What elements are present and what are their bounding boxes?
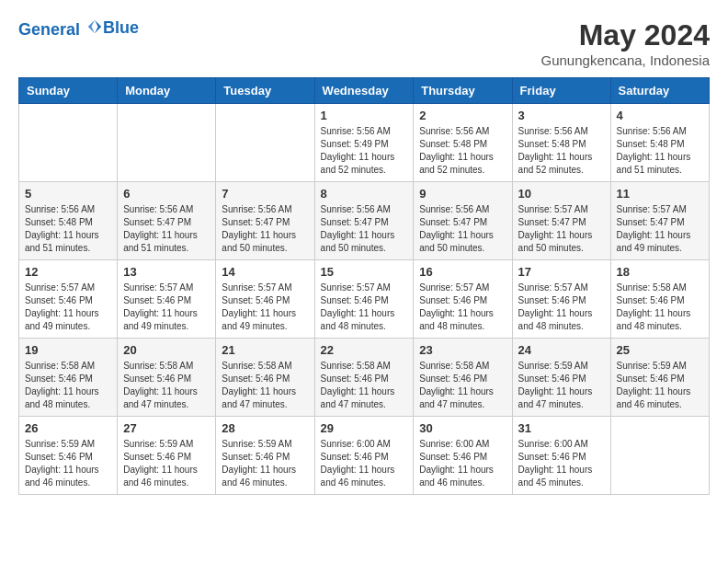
calendar-cell: 6Sunrise: 5:56 AM Sunset: 5:47 PM Daylig… xyxy=(118,182,216,260)
day-info: Sunrise: 5:59 AM Sunset: 5:46 PM Dayligh… xyxy=(617,360,703,411)
day-number: 11 xyxy=(617,187,703,201)
day-number: 17 xyxy=(518,265,605,279)
day-number: 4 xyxy=(617,109,703,122)
calendar-table: SundayMondayTuesdayWednesdayThursdayFrid… xyxy=(18,77,710,495)
day-info: Sunrise: 5:57 AM Sunset: 5:46 PM Dayligh… xyxy=(25,282,111,333)
calendar-cell: 29Sunrise: 6:00 AM Sunset: 5:46 PM Dayli… xyxy=(314,417,414,495)
day-number: 29 xyxy=(321,421,408,435)
calendar-cell: 3Sunrise: 5:56 AM Sunset: 5:48 PM Daylig… xyxy=(512,104,610,182)
day-info: Sunrise: 5:57 AM Sunset: 5:47 PM Dayligh… xyxy=(617,203,703,255)
day-info: Sunrise: 5:56 AM Sunset: 5:47 PM Dayligh… xyxy=(123,203,210,255)
weekday-header-monday: Monday xyxy=(118,78,216,104)
day-info: Sunrise: 5:56 AM Sunset: 5:49 PM Dayligh… xyxy=(321,125,408,177)
day-number: 26 xyxy=(25,421,111,435)
calendar-cell: 18Sunrise: 5:58 AM Sunset: 5:46 PM Dayli… xyxy=(610,260,709,339)
calendar-cell: 14Sunrise: 5:57 AM Sunset: 5:46 PM Dayli… xyxy=(216,260,314,339)
day-number: 28 xyxy=(222,421,308,435)
day-info: Sunrise: 5:57 AM Sunset: 5:46 PM Dayligh… xyxy=(518,282,605,333)
day-number: 20 xyxy=(123,343,210,357)
day-number: 6 xyxy=(123,187,210,201)
day-number: 22 xyxy=(321,343,408,357)
calendar-header-row: SundayMondayTuesdayWednesdayThursdayFrid… xyxy=(19,78,710,104)
page-header: General Blue May 2024 Gunungkencana, Ind… xyxy=(18,18,710,68)
day-info: Sunrise: 5:58 AM Sunset: 5:46 PM Dayligh… xyxy=(222,360,308,411)
weekday-header-tuesday: Tuesday xyxy=(216,78,314,104)
day-number: 1 xyxy=(321,109,408,122)
calendar-week-2: 5Sunrise: 5:56 AM Sunset: 5:48 PM Daylig… xyxy=(19,182,710,260)
day-info: Sunrise: 6:00 AM Sunset: 5:46 PM Dayligh… xyxy=(321,438,408,489)
calendar-cell xyxy=(118,104,216,182)
calendar-cell: 31Sunrise: 6:00 AM Sunset: 5:46 PM Dayli… xyxy=(512,417,610,495)
calendar-cell: 8Sunrise: 5:56 AM Sunset: 5:47 PM Daylig… xyxy=(314,182,414,260)
logo-icon xyxy=(86,18,103,35)
day-number: 19 xyxy=(25,343,111,357)
day-number: 27 xyxy=(123,421,210,435)
day-number: 9 xyxy=(419,187,506,201)
calendar-cell: 19Sunrise: 5:58 AM Sunset: 5:46 PM Dayli… xyxy=(19,339,118,417)
calendar-cell: 13Sunrise: 5:57 AM Sunset: 5:46 PM Dayli… xyxy=(118,260,216,339)
day-number: 15 xyxy=(321,265,408,279)
calendar-cell: 30Sunrise: 6:00 AM Sunset: 5:46 PM Dayli… xyxy=(414,417,512,495)
calendar-cell: 12Sunrise: 5:57 AM Sunset: 5:46 PM Dayli… xyxy=(19,260,118,339)
title-section: May 2024 Gunungkencana, Indonesia xyxy=(541,18,710,68)
calendar-cell: 2Sunrise: 5:56 AM Sunset: 5:48 PM Daylig… xyxy=(414,104,512,182)
calendar-body: 1Sunrise: 5:56 AM Sunset: 5:49 PM Daylig… xyxy=(19,104,710,495)
day-number: 31 xyxy=(518,421,605,435)
calendar-week-5: 26Sunrise: 5:59 AM Sunset: 5:46 PM Dayli… xyxy=(19,417,710,495)
day-number: 18 xyxy=(617,265,703,279)
calendar-cell: 10Sunrise: 5:57 AM Sunset: 5:47 PM Dayli… xyxy=(512,182,610,260)
day-number: 7 xyxy=(222,187,308,201)
calendar-cell: 5Sunrise: 5:56 AM Sunset: 5:48 PM Daylig… xyxy=(19,182,118,260)
calendar-cell xyxy=(19,104,118,182)
day-number: 3 xyxy=(518,109,605,122)
day-number: 5 xyxy=(25,187,111,201)
weekday-header-sunday: Sunday xyxy=(19,78,118,104)
day-info: Sunrise: 5:57 AM Sunset: 5:46 PM Dayligh… xyxy=(123,282,210,333)
day-info: Sunrise: 5:57 AM Sunset: 5:46 PM Dayligh… xyxy=(222,282,308,333)
day-info: Sunrise: 5:56 AM Sunset: 5:47 PM Dayligh… xyxy=(419,203,506,255)
weekday-header-wednesday: Wednesday xyxy=(314,78,414,104)
calendar-cell: 25Sunrise: 5:59 AM Sunset: 5:46 PM Dayli… xyxy=(610,339,709,417)
calendar-cell: 9Sunrise: 5:56 AM Sunset: 5:47 PM Daylig… xyxy=(414,182,512,260)
calendar-cell: 20Sunrise: 5:58 AM Sunset: 5:46 PM Dayli… xyxy=(118,339,216,417)
weekday-header-saturday: Saturday xyxy=(610,78,709,104)
calendar-week-1: 1Sunrise: 5:56 AM Sunset: 5:49 PM Daylig… xyxy=(19,104,710,182)
logo-text-blue: Blue xyxy=(103,18,139,39)
day-info: Sunrise: 5:59 AM Sunset: 5:46 PM Dayligh… xyxy=(222,438,308,489)
day-number: 8 xyxy=(321,187,408,201)
logo-text: General xyxy=(18,18,103,40)
day-number: 16 xyxy=(419,265,506,279)
day-number: 13 xyxy=(123,265,210,279)
day-info: Sunrise: 5:59 AM Sunset: 5:46 PM Dayligh… xyxy=(25,438,111,489)
day-info: Sunrise: 5:56 AM Sunset: 5:47 PM Dayligh… xyxy=(321,203,408,255)
calendar-cell: 26Sunrise: 5:59 AM Sunset: 5:46 PM Dayli… xyxy=(19,417,118,495)
day-info: Sunrise: 5:56 AM Sunset: 5:48 PM Dayligh… xyxy=(518,125,605,177)
day-info: Sunrise: 5:56 AM Sunset: 5:48 PM Dayligh… xyxy=(617,125,703,177)
weekday-header-thursday: Thursday xyxy=(414,78,512,104)
logo: General Blue xyxy=(18,18,139,40)
location-title: Gunungkencana, Indonesia xyxy=(541,52,710,68)
day-info: Sunrise: 5:57 AM Sunset: 5:46 PM Dayligh… xyxy=(321,282,408,333)
day-number: 2 xyxy=(419,109,506,122)
day-info: Sunrise: 5:59 AM Sunset: 5:46 PM Dayligh… xyxy=(518,360,605,411)
day-info: Sunrise: 5:57 AM Sunset: 5:46 PM Dayligh… xyxy=(419,282,506,333)
day-info: Sunrise: 6:00 AM Sunset: 5:46 PM Dayligh… xyxy=(419,438,506,489)
day-number: 12 xyxy=(25,265,111,279)
calendar-cell: 22Sunrise: 5:58 AM Sunset: 5:46 PM Dayli… xyxy=(314,339,414,417)
calendar-cell: 17Sunrise: 5:57 AM Sunset: 5:46 PM Dayli… xyxy=(512,260,610,339)
calendar-cell: 11Sunrise: 5:57 AM Sunset: 5:47 PM Dayli… xyxy=(610,182,709,260)
calendar-cell: 23Sunrise: 5:58 AM Sunset: 5:46 PM Dayli… xyxy=(414,339,512,417)
day-info: Sunrise: 5:59 AM Sunset: 5:46 PM Dayligh… xyxy=(123,438,210,489)
calendar-cell: 27Sunrise: 5:59 AM Sunset: 5:46 PM Dayli… xyxy=(118,417,216,495)
day-number: 25 xyxy=(617,343,703,357)
calendar-cell: 16Sunrise: 5:57 AM Sunset: 5:46 PM Dayli… xyxy=(414,260,512,339)
calendar-cell: 15Sunrise: 5:57 AM Sunset: 5:46 PM Dayli… xyxy=(314,260,414,339)
calendar-cell: 4Sunrise: 5:56 AM Sunset: 5:48 PM Daylig… xyxy=(610,104,709,182)
day-info: Sunrise: 5:58 AM Sunset: 5:46 PM Dayligh… xyxy=(123,360,210,411)
day-number: 23 xyxy=(419,343,506,357)
day-info: Sunrise: 5:58 AM Sunset: 5:46 PM Dayligh… xyxy=(25,360,111,411)
calendar-cell: 21Sunrise: 5:58 AM Sunset: 5:46 PM Dayli… xyxy=(216,339,314,417)
day-info: Sunrise: 6:00 AM Sunset: 5:46 PM Dayligh… xyxy=(518,438,605,489)
calendar-cell: 28Sunrise: 5:59 AM Sunset: 5:46 PM Dayli… xyxy=(216,417,314,495)
weekday-header-friday: Friday xyxy=(512,78,610,104)
